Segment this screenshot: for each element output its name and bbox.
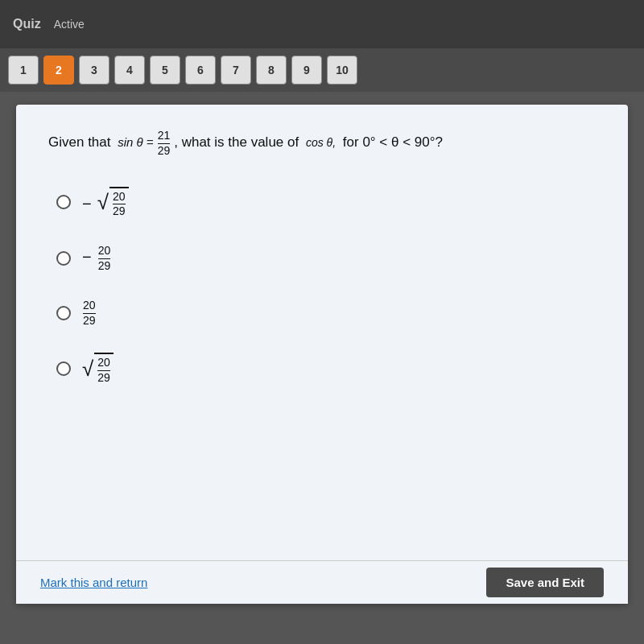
tab-9[interactable]: 9 [291,56,322,85]
tab-6[interactable]: 6 [185,56,216,85]
tab-3[interactable]: 3 [79,56,109,85]
tab-7[interactable]: 7 [221,56,251,85]
sqrt-fraction-d: √ 20 29 [82,353,114,385]
tab-5[interactable]: 5 [150,56,180,85]
radio-a[interactable] [56,195,71,209]
question-prefix: Given that [48,132,114,153]
cos-label: cos θ, [306,134,336,151]
save-exit-button[interactable]: Save and Exit [486,568,604,597]
option-d-content: √ 20 29 [82,353,114,385]
quiz-status: Active [54,18,85,31]
tab-4[interactable]: 4 [114,56,145,85]
option-c[interactable]: 20 29 [56,299,596,328]
top-bar: Quiz Active [0,0,644,48]
question-range: for 0° < θ < 90°? [339,132,443,153]
option-c-content: 20 29 [82,299,97,328]
quiz-title: Quiz [13,17,41,31]
question-panel: Given that sin θ = 21 29 , what is the v… [16,105,628,604]
sin-label: sin θ = [118,134,153,152]
option-d[interactable]: √ 20 29 [56,353,596,385]
bottom-bar: Mark this and return Save and Exit [16,560,628,604]
radio-b[interactable] [56,251,71,266]
tab-2[interactable]: 2 [43,56,74,85]
answer-options: − √ 20 29 − 20 29 [56,187,596,385]
question-text: Given that sin θ = 21 29 , what is the v… [48,129,596,158]
sqrt-fraction-a: √ 20 29 [97,187,129,219]
radio-c[interactable] [56,306,71,320]
option-a-content: − √ 20 29 [82,187,129,219]
question-tabs: 1 2 3 4 5 6 7 8 9 10 [0,48,644,92]
question-fraction: 21 29 [157,129,171,158]
tab-8[interactable]: 8 [256,56,287,85]
question-middle: , what is the value of [174,132,303,153]
mark-return-link[interactable]: Mark this and return [40,576,147,589]
tab-10[interactable]: 10 [327,56,357,85]
option-b-content: − 20 29 [82,244,111,273]
tab-1[interactable]: 1 [8,56,39,85]
option-b[interactable]: − 20 29 [56,244,596,273]
radio-d[interactable] [56,361,71,376]
option-a[interactable]: − √ 20 29 [56,187,596,219]
